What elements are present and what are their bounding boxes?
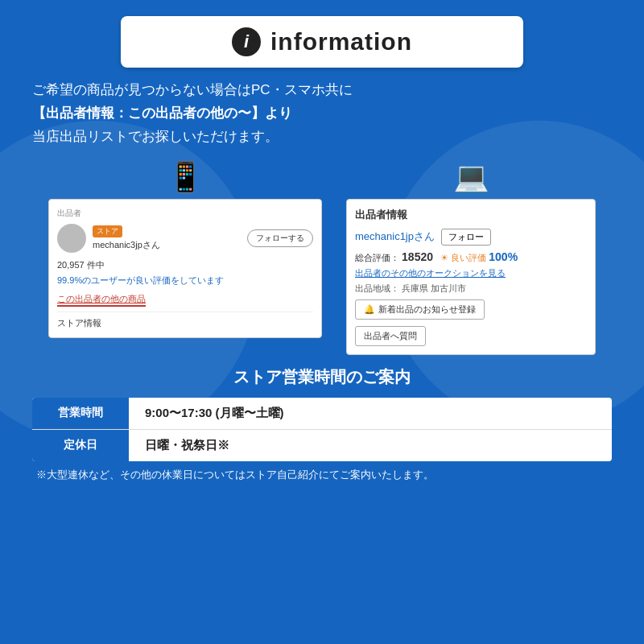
desc-line1: ご希望の商品が見つからない場合はPC・スマホ共に [32, 79, 612, 102]
seller-info: ストア mechanic3jpさん [93, 225, 241, 251]
location: 出品地域： 兵庫県 加古川市 [355, 283, 587, 295]
header-bar: i information [121, 16, 523, 68]
rating-sun-icon: ☀ [440, 253, 448, 262]
desc-line2: 【出品者情報：この出品者の他の〜】より [32, 102, 612, 126]
info-icon: i [232, 27, 261, 56]
question-button[interactable]: 出品者へ質問 [355, 326, 426, 346]
mobile-screen-container: 📱 出品者 ストア mechanic3jpさん フォローする 20,957 件中… [48, 160, 322, 338]
pc-section-label: 出品者情報 [355, 208, 587, 222]
other-items-link[interactable]: この出品者の他の商品 [57, 293, 146, 307]
pc-screenshot: 出品者情報 mechanic1jpさん フォロー 総合評価： 18520 ☀ 良… [346, 199, 596, 355]
pc-screen-container: 💻 出品者情報 mechanic1jpさん フォロー 総合評価： 18520 ☀… [346, 160, 596, 355]
hours-table: 営業時間 9:00〜17:30 (月曜〜土曜) 定休日 日曜・祝祭日※ [32, 398, 612, 461]
auction-link[interactable]: 出品者のその他のオークションを見る [355, 267, 587, 279]
mobile-section-label: 出品者 [57, 208, 313, 219]
avatar [57, 224, 86, 253]
bell-icon: 🔔 [364, 304, 375, 315]
mobile-device-icon: 📱 [167, 160, 204, 194]
rating-percent: 100% [489, 250, 518, 263]
mobile-screenshot: 出品者 ストア mechanic3jpさん フォローする 20,957 件中 9… [48, 199, 322, 338]
rating-row: 総合評価： 18520 ☀ 良い評価 100% [355, 250, 587, 264]
stats-count: 20,957 件中 [57, 259, 313, 271]
screenshots-row: 📱 出品者 ストア mechanic3jpさん フォローする 20,957 件中… [24, 160, 620, 355]
hours-value-business: 9:00〜17:30 (月曜〜土曜) [129, 398, 300, 429]
hours-value-holiday: 日曜・祝祭日※ [129, 430, 246, 461]
stats-percent: 99.9%のユーザーが良い評価をしています [57, 275, 313, 287]
description-block: ご希望の商品が見つからない場合はPC・スマホ共に 【出品者情報：この出品者の他の… [24, 79, 620, 149]
footnote: ※大型連休など、その他の休業日についてはストア自己紹介にてご案内いたします。 [32, 468, 612, 482]
store-badge: ストア [93, 225, 122, 237]
rating-count: 18520 [402, 250, 433, 263]
page-title: information [270, 28, 412, 56]
mobile-seller-row: ストア mechanic3jpさん フォローする [57, 224, 313, 253]
follow-button[interactable]: フォローする [247, 229, 313, 247]
rating-label: 総合評価： [355, 253, 399, 262]
pc-seller-name: mechanic1jpさん [355, 229, 435, 244]
desc-line3: 当店出品リストでお探しいただけます。 [32, 126, 612, 149]
seller-name: mechanic3jpさん [93, 239, 241, 251]
hours-row-business: 営業時間 9:00〜17:30 (月曜〜土曜) [32, 398, 612, 430]
pc-follow-button[interactable]: フォロー [441, 229, 491, 246]
notify-button[interactable]: 🔔 新着出品のお知らせ登録 [355, 299, 485, 320]
store-info-label: ストア情報 [57, 312, 313, 329]
rating-good-label: 良い評価 [451, 253, 486, 262]
hours-label-business: 営業時間 [32, 398, 129, 429]
hours-row-holiday: 定休日 日曜・祝祭日※ [32, 430, 612, 461]
store-hours-section: ストア営業時間のご案内 営業時間 9:00〜17:30 (月曜〜土曜) 定休日 … [24, 366, 620, 482]
pc-device-icon: 💻 [453, 160, 489, 194]
hours-label-holiday: 定休日 [32, 430, 129, 461]
pc-seller-row: mechanic1jpさん フォロー [355, 229, 587, 246]
store-hours-title: ストア営業時間のご案内 [32, 366, 612, 388]
